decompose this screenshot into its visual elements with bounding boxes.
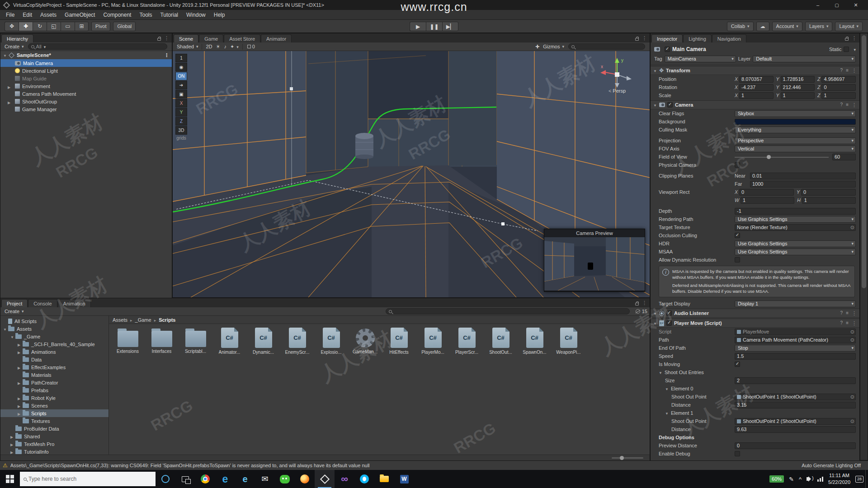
position-z-field[interactable] <box>821 76 856 83</box>
ie-taskbar-item[interactable] <box>235 470 255 488</box>
rotate-tool-button[interactable]: ↻ <box>33 22 47 31</box>
foldout-icon[interactable] <box>10 449 15 455</box>
component-menu-icon[interactable] <box>852 102 857 108</box>
tree-item-scenes[interactable]: Scenes <box>0 402 108 409</box>
hidden-icons-chevron[interactable] <box>799 476 802 483</box>
scene-audio-toggle[interactable]: ♪ <box>222 44 228 49</box>
progrids-snap-size-button[interactable]: 1 <box>175 54 187 62</box>
preset-icon[interactable] <box>846 102 849 108</box>
static-checkbox[interactable] <box>844 47 849 52</box>
menu-gameobject[interactable]: GameObject <box>61 12 99 18</box>
hierarchy-item-directional-light[interactable]: Directional Light <box>0 67 172 75</box>
panel-menu-icon[interactable] <box>852 35 857 41</box>
foldout-icon[interactable] <box>665 386 669 391</box>
end-of-path-dropdown[interactable]: Stop <box>735 345 856 352</box>
enabled-checkbox[interactable] <box>665 47 670 52</box>
firefox-taskbar-item[interactable] <box>295 470 315 488</box>
tree-item-textures[interactable]: Textures <box>0 417 108 425</box>
physical-camera-checkbox[interactable] <box>735 162 740 168</box>
menu-tutorial[interactable]: Tutorial <box>156 12 182 18</box>
asset-folder-scriptable[interactable]: Scriptabl... <box>179 327 212 354</box>
scale-z-field[interactable] <box>821 92 856 99</box>
distance-field[interactable] <box>735 402 856 408</box>
far-clip-field[interactable] <box>750 181 856 188</box>
clear-flags-dropdown[interactable]: Skybox <box>735 110 856 117</box>
asset-script-hiteffects[interactable]: HitEffects <box>382 327 415 355</box>
hierarchy-item-map-guide[interactable]: Map Guide <box>0 75 172 82</box>
tree-item-data[interactable]: Data <box>0 356 108 363</box>
foldout-icon[interactable] <box>8 99 10 105</box>
scene-orientation-gizmo[interactable]: y x Persp <box>595 56 639 94</box>
slider-thumb[interactable] <box>767 155 771 159</box>
transform-header[interactable]: Transform <box>651 66 859 75</box>
menu-help[interactable]: Help <box>210 12 229 18</box>
viewport-w-field[interactable] <box>741 197 794 204</box>
depth-field[interactable] <box>735 208 856 215</box>
tree-item-probuilder-data[interactable]: ProBuilder Data <box>0 425 108 432</box>
hdr-dropdown[interactable]: Use Graphics Settings <box>735 240 856 247</box>
foldout-icon[interactable] <box>653 102 659 108</box>
battery-status[interactable]: 60% <box>769 475 784 483</box>
progrids-snap-enabled-button[interactable]: ON <box>175 72 187 80</box>
shoot-out-point-objectfield[interactable]: ShootOutPoint 2 (ShootOutPoint) <box>735 418 856 425</box>
grid-visibility-icon[interactable] <box>247 45 251 48</box>
hierarchy-item-main-camera[interactable]: Main Camera <box>0 59 172 67</box>
progrids-push-to-grid-button[interactable]: ➔ <box>175 81 187 89</box>
script-objectfield[interactable]: PlayerMove <box>735 328 856 335</box>
field-of-view-field[interactable] <box>832 154 856 160</box>
visual-studio-taskbar-item[interactable] <box>335 470 354 488</box>
foldout-icon[interactable] <box>653 310 659 316</box>
maximize-button[interactable] <box>827 0 846 10</box>
element-1-foldout[interactable]: Element 1 <box>651 409 859 417</box>
rect-tool-button[interactable]: ▭ <box>61 22 75 31</box>
asset-script-gamemanager[interactable]: GameMan... <box>349 327 382 354</box>
tree-item-all-scripts[interactable]: All Scripts <box>0 317 108 325</box>
collab-dropdown[interactable]: Collab <box>727 22 754 31</box>
hierarchy-create-button[interactable]: Create <box>3 43 26 50</box>
step-button[interactable]: ▶▏ <box>442 22 458 31</box>
scene-lighting-toggle[interactable]: ☀ <box>214 44 222 50</box>
fov-axis-dropdown[interactable]: Vertical <box>735 145 856 152</box>
help-icon[interactable] <box>840 320 843 326</box>
component-menu-icon[interactable] <box>852 68 857 74</box>
inspector-scrollbar[interactable] <box>860 33 868 460</box>
near-clip-field[interactable] <box>750 173 856 179</box>
tree-item-scripts[interactable]: Scripts <box>0 409 108 417</box>
taskbar-clock[interactable]: 11:11 AM 5/22/2020 <box>828 472 850 486</box>
tree-item-tutorialinfo[interactable]: TutorialInfo <box>0 448 108 455</box>
entries-size-field[interactable] <box>735 377 856 384</box>
target-texture-objectfield[interactable]: None (Render Texture) <box>735 224 856 231</box>
is-moving-checkbox[interactable] <box>735 361 740 367</box>
tab-animation[interactable]: Animation <box>58 299 91 307</box>
pen-icon[interactable] <box>789 476 794 483</box>
panel-menu-icon[interactable] <box>642 35 647 41</box>
slider-thumb[interactable] <box>620 456 624 460</box>
asset-script-spawnon[interactable]: SpawnOn... <box>518 327 551 355</box>
show-desktop-button[interactable] <box>865 470 868 488</box>
icon-size-slider[interactable] <box>612 457 643 459</box>
taskbar-search[interactable] <box>20 472 156 486</box>
mail-taskbar-item[interactable] <box>255 470 275 488</box>
foldout-icon[interactable] <box>8 84 10 89</box>
viewport-y-field[interactable] <box>801 189 856 196</box>
progrids-3d-button[interactable]: 3D <box>175 126 187 135</box>
rendering-path-dropdown[interactable]: Use Graphics Settings <box>735 216 856 223</box>
lock-icon[interactable] <box>635 303 639 305</box>
occlusion-culling-checkbox[interactable] <box>735 233 740 238</box>
foldout-icon[interactable] <box>18 365 23 370</box>
preset-icon[interactable] <box>846 320 849 326</box>
tab-console[interactable]: Console <box>28 299 57 307</box>
shading-mode-dropdown[interactable]: Shaded <box>175 43 200 50</box>
tab-inspector[interactable]: Inspector <box>651 34 683 42</box>
gizmos-dropdown[interactable]: Gizmos <box>541 43 566 50</box>
foldout-icon[interactable] <box>659 370 662 375</box>
minimize-button[interactable] <box>808 0 827 10</box>
qq-taskbar-item[interactable] <box>354 470 374 488</box>
progrids-lock-grid-button[interactable]: ▣ <box>175 90 187 99</box>
lock-icon[interactable] <box>157 38 161 41</box>
distance-field[interactable] <box>735 426 856 433</box>
audio-listener-header[interactable]: Audio Listener <box>651 309 859 318</box>
enable-debug-checkbox[interactable] <box>735 451 740 456</box>
static-dropdown-icon[interactable] <box>851 47 856 52</box>
tree-item-textmesh-pro[interactable]: TextMesh Pro <box>0 440 108 448</box>
